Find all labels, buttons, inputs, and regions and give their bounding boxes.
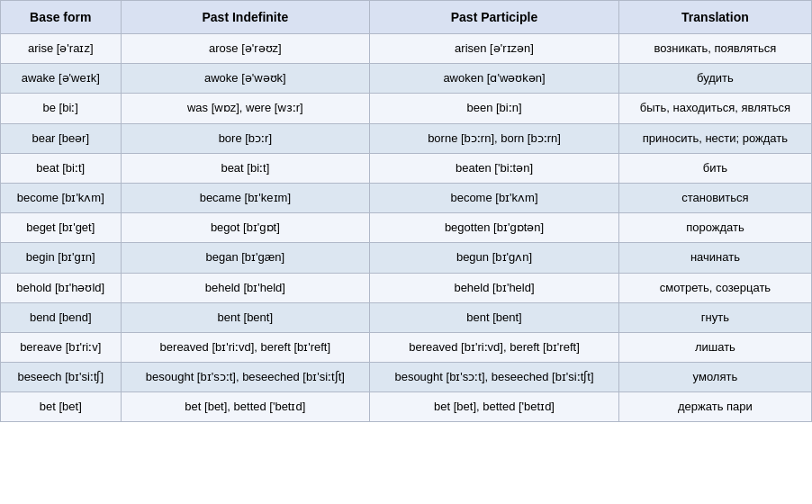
table-cell: begin [bɪ'gɪn] xyxy=(1,243,122,273)
table-cell: awake [ə'weɪk] xyxy=(1,64,122,94)
table-cell: bereave [bɪ'riːv] xyxy=(1,332,122,362)
table-row: beget [bɪ'get]begot [bɪ'gɒt]begotten [bɪ… xyxy=(1,213,812,243)
column-header-base-form: Base form xyxy=(1,1,122,34)
table-cell: begotten [bɪ'gɒtən] xyxy=(370,213,619,243)
table-cell: bereaved [bɪ'riːvd], bereft [bɪ'reft] xyxy=(121,332,370,362)
table-row: arise [ə'raɪz]arose [ə'rəʊz]arisen [ə'rɪ… xyxy=(1,34,812,64)
table-cell: bet [bet], betted ['betɪd] xyxy=(121,392,370,422)
table-cell: возникать, появляться xyxy=(618,34,811,64)
table-cell: становиться xyxy=(618,183,811,212)
table-row: bet [bet]bet [bet], betted ['betɪd]bet [… xyxy=(1,392,812,422)
table-cell: besought [bɪ'sɔːt], beseeched [bɪ'siːtʃt… xyxy=(370,363,619,392)
table-cell: beat [biːt] xyxy=(121,153,370,183)
table-cell: начинать xyxy=(618,243,811,273)
table-cell: лишать xyxy=(618,332,811,362)
table-cell: beheld [bɪ'held] xyxy=(370,273,619,302)
table-cell: began [bɪ'gæn] xyxy=(121,243,370,273)
table-cell: arisen [ə'rɪzən] xyxy=(370,34,619,64)
table-cell: bear [beər] xyxy=(1,123,122,153)
table-cell: begot [bɪ'gɒt] xyxy=(121,213,370,243)
table-cell: became [bɪ'keɪm] xyxy=(121,183,370,212)
table-cell: bore [bɔːr] xyxy=(121,123,370,153)
table-cell: bend [bend] xyxy=(1,302,122,332)
table-cell: гнуть xyxy=(618,302,811,332)
table-cell: beheld [bɪ'held] xyxy=(121,273,370,302)
table-cell: beget [bɪ'get] xyxy=(1,213,122,243)
table-cell: besought [bɪ'sɔːt], beseeched [bɪ'siːtʃt… xyxy=(121,363,370,392)
table-row: beat [biːt]beat [biːt]beaten ['biːtən]би… xyxy=(1,153,812,183)
column-header-translation: Translation xyxy=(618,1,811,34)
table-cell: awoke [ə'wəʊk] xyxy=(121,64,370,94)
table-cell: бить xyxy=(618,153,811,183)
table-row: behold [bɪ'həʊld]beheld [bɪ'held]beheld … xyxy=(1,273,812,302)
column-header-past-participle: Past Participle xyxy=(370,1,619,34)
table-cell: будить xyxy=(618,64,811,94)
table-cell: bet [bet] xyxy=(1,392,122,422)
table-cell: приносить, нести; рождать xyxy=(618,123,811,153)
table-row: become [bɪ'kʌm]became [bɪ'keɪm]become [b… xyxy=(1,183,812,212)
table-cell: been [biːn] xyxy=(370,94,619,123)
table-cell: быть, находиться, являться xyxy=(618,94,811,123)
table-row: begin [bɪ'gɪn]began [bɪ'gæn]begun [bɪ'gʌ… xyxy=(1,243,812,273)
table-cell: beaten ['biːtən] xyxy=(370,153,619,183)
table-cell: bet [bet], betted ['betɪd] xyxy=(370,392,619,422)
table-cell: bent [bent] xyxy=(121,302,370,332)
table-cell: bent [bent] xyxy=(370,302,619,332)
column-header-past-indefinite: Past Indefinite xyxy=(121,1,370,34)
table-cell: begun [bɪ'gʌn] xyxy=(370,243,619,273)
table-row: beseech [bɪ'siːtʃ]besought [bɪ'sɔːt], be… xyxy=(1,363,812,392)
table-row: bend [bend]bent [bent]bent [bent]гнуть xyxy=(1,302,812,332)
table-cell: was [wɒz], were [wɜːr] xyxy=(121,94,370,123)
table-cell: beat [biːt] xyxy=(1,153,122,183)
table-row: bear [beər]bore [bɔːr]borne [bɔːrn], bor… xyxy=(1,123,812,153)
table-row: be [biː]was [wɒz], were [wɜːr]been [biːn… xyxy=(1,94,812,123)
table-cell: arise [ə'raɪz] xyxy=(1,34,122,64)
table-cell: behold [bɪ'həʊld] xyxy=(1,273,122,302)
table-cell: become [bɪ'kʌm] xyxy=(370,183,619,212)
table-row: bereave [bɪ'riːv]bereaved [bɪ'riːvd], be… xyxy=(1,332,812,362)
table-cell: порождать xyxy=(618,213,811,243)
table-cell: смотреть, созерцать xyxy=(618,273,811,302)
table-cell: become [bɪ'kʌm] xyxy=(1,183,122,212)
table-cell: borne [bɔːrn], born [bɔːrn] xyxy=(370,123,619,153)
table-cell: bereaved [bɪ'riːvd], bereft [bɪ'reft] xyxy=(370,332,619,362)
table-cell: умолять xyxy=(618,363,811,392)
table-cell: beseech [bɪ'siːtʃ] xyxy=(1,363,122,392)
table-cell: be [biː] xyxy=(1,94,122,123)
irregular-verbs-table: Base formPast IndefinitePast ParticipleT… xyxy=(0,0,812,422)
table-cell: держать пари xyxy=(618,392,811,422)
table-cell: awoken [ɑ'wəʊkən] xyxy=(370,64,619,94)
table-cell: arose [ə'rəʊz] xyxy=(121,34,370,64)
table-row: awake [ə'weɪk]awoke [ə'wəʊk]awoken [ɑ'wə… xyxy=(1,64,812,94)
